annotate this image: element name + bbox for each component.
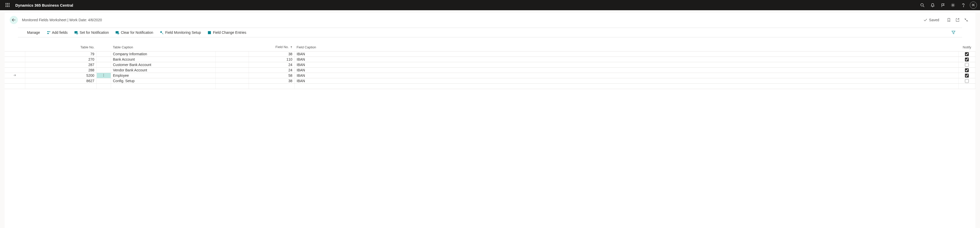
cell-field-caption[interactable]: IBAN — [294, 57, 959, 62]
cell-field-no[interactable]: 38 — [248, 51, 294, 57]
row-indicator — [5, 78, 25, 83]
svg-point-31 — [103, 75, 104, 75]
bookmark-icon[interactable] — [945, 16, 953, 24]
table-row-empty[interactable] — [5, 83, 975, 89]
cell-table-no[interactable]: 79 — [25, 51, 97, 57]
field-change-entries-button[interactable]: Field Change Entries — [207, 28, 246, 37]
svg-point-24 — [161, 32, 162, 32]
svg-line-16 — [965, 18, 966, 20]
row-indicator — [5, 67, 25, 73]
set-notification-button[interactable]: Set for Notification — [74, 28, 109, 37]
table-row[interactable]: 287Customer Bank Account24IBAN — [5, 62, 975, 67]
cell-table-caption[interactable]: Bank Account — [111, 57, 215, 62]
svg-rect-26 — [208, 31, 211, 34]
clear-notification-label: Clear for Notification — [121, 31, 153, 35]
row-indicator — [5, 62, 25, 67]
cell-table-no[interactable] — [25, 73, 97, 78]
svg-marker-27 — [952, 31, 955, 34]
svg-rect-1 — [7, 3, 8, 4]
cell-field-caption[interactable]: IBAN — [294, 73, 959, 78]
svg-rect-7 — [7, 6, 8, 7]
table-row[interactable]: 288Vendor Bank Account24IBAN — [5, 67, 975, 73]
add-fields-button[interactable]: Add fields — [47, 28, 68, 37]
filter-icon[interactable] — [950, 29, 957, 36]
add-fields-label: Add fields — [52, 31, 68, 35]
cell-table-no[interactable]: 288 — [25, 67, 97, 73]
row-menu-cell[interactable] — [97, 78, 111, 83]
notifications-icon[interactable] — [928, 0, 938, 10]
notify-checkbox[interactable] — [965, 52, 969, 56]
help-icon[interactable] — [958, 0, 968, 10]
col-notify[interactable]: Notify — [959, 37, 975, 51]
product-title: Dynamics 365 Business Central — [15, 3, 73, 7]
page-title: Monitored Fields Worksheet | Work Date: … — [22, 18, 102, 22]
cell-table-caption[interactable]: Vendor Bank Account — [111, 67, 215, 73]
notify-checkbox[interactable] — [965, 63, 969, 67]
cell-table-no[interactable]: 287 — [25, 62, 97, 67]
open-new-window-icon[interactable] — [953, 16, 962, 24]
collapse-icon[interactable] — [962, 16, 970, 24]
table-row[interactable]: 79Company Information38IBAN — [5, 51, 975, 57]
cell-table-no[interactable]: 8627 — [25, 78, 97, 83]
col-indicator — [5, 37, 25, 51]
row-menu-cell[interactable] — [97, 57, 111, 62]
flag-icon[interactable] — [938, 0, 948, 10]
cell-field-caption[interactable]: IBAN — [294, 67, 959, 73]
svg-rect-4 — [7, 5, 8, 5]
table-row[interactable]: 270Bank Account110IBAN — [5, 57, 975, 62]
cell-field-no[interactable]: 58 — [248, 73, 294, 78]
cell-field-no[interactable]: 24 — [248, 67, 294, 73]
row-indicator — [5, 73, 25, 78]
row-menu-cell[interactable] — [97, 62, 111, 67]
svg-rect-8 — [9, 6, 10, 7]
col-table-no[interactable]: Table No. — [25, 37, 97, 51]
table-no-input[interactable] — [27, 73, 94, 78]
cell-notify — [959, 78, 975, 83]
svg-point-12 — [952, 4, 953, 6]
cell-table-caption[interactable]: Customer Bank Account — [111, 62, 215, 67]
back-button[interactable] — [10, 16, 18, 24]
notify-checkbox[interactable] — [965, 74, 969, 77]
cell-table-caption[interactable]: Employee — [111, 73, 215, 78]
cell-field-no[interactable]: 24 — [248, 62, 294, 67]
sort-asc-icon — [290, 45, 293, 49]
col-field-no[interactable]: Field No. — [248, 37, 294, 51]
row-indicator — [5, 57, 25, 62]
clear-notification-button[interactable]: Clear for Notification — [115, 28, 153, 37]
row-menu-cell[interactable] — [97, 67, 111, 73]
cell-notify — [959, 62, 975, 67]
field-monitoring-setup-label: Field Monitoring Setup — [165, 31, 201, 35]
svg-rect-5 — [9, 5, 10, 5]
cell-field-caption[interactable]: IBAN — [294, 78, 959, 83]
cell-field-no[interactable]: 110 — [248, 57, 294, 62]
manage-menu[interactable]: Manage — [27, 28, 40, 37]
svg-line-25 — [162, 33, 163, 34]
svg-point-13 — [963, 6, 964, 7]
notify-checkbox[interactable] — [965, 79, 969, 83]
gear-icon[interactable] — [948, 0, 958, 10]
table-row[interactable]: Employee58IBAN — [5, 73, 975, 78]
cell-field-caption[interactable]: IBAN — [294, 62, 959, 67]
notify-checkbox[interactable] — [965, 58, 969, 61]
row-menu-cell[interactable] — [97, 73, 111, 78]
row-menu-cell[interactable] — [97, 51, 111, 57]
svg-rect-2 — [9, 3, 10, 4]
svg-line-10 — [923, 6, 924, 7]
field-monitoring-setup-button[interactable]: Field Monitoring Setup — [160, 28, 201, 37]
cell-table-caption[interactable]: Config. Setup — [111, 78, 215, 83]
search-icon[interactable] — [917, 0, 928, 10]
col-table-caption[interactable]: Table Caption — [111, 37, 215, 51]
avatar[interactable]: IK — [970, 2, 977, 9]
notify-checkbox[interactable] — [965, 68, 969, 72]
cell-table-caption[interactable]: Company Information — [111, 51, 215, 57]
app-launcher-icon[interactable] — [3, 0, 12, 10]
cell-table-no[interactable]: 270 — [25, 57, 97, 62]
cell-notify — [959, 57, 975, 62]
table-row[interactable]: 8627Config. Setup38IBAN — [5, 78, 975, 83]
field-change-entries-label: Field Change Entries — [213, 31, 246, 35]
row-indicator — [5, 51, 25, 57]
col-field-caption[interactable]: Field Caption — [294, 37, 959, 51]
cell-notify — [959, 51, 975, 57]
cell-field-caption[interactable]: IBAN — [294, 51, 959, 57]
cell-field-no[interactable]: 38 — [248, 78, 294, 83]
